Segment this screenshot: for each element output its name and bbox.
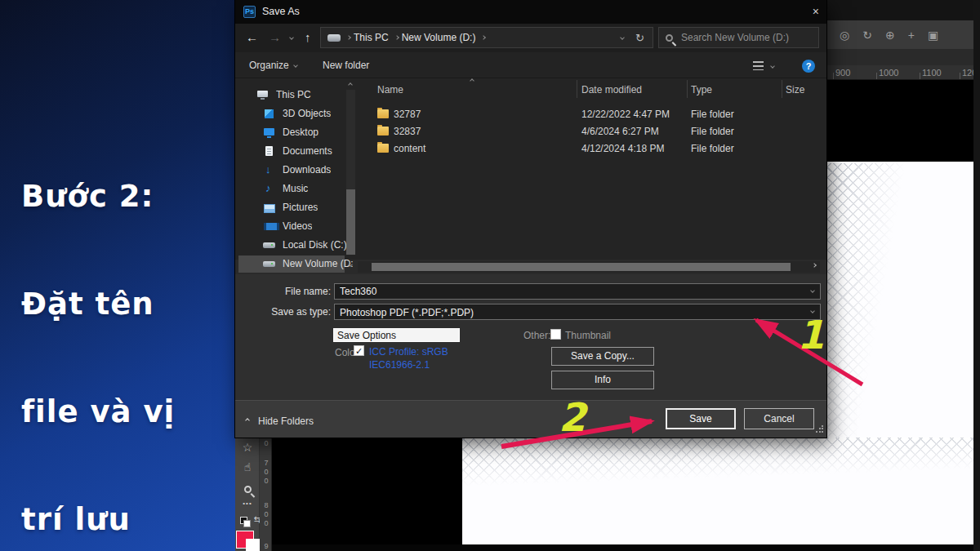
other-label: Other: — [523, 330, 550, 341]
sidebar-item-3d-objects[interactable]: 3D Objects — [238, 105, 345, 122]
background-color-swatch[interactable] — [246, 539, 260, 551]
tree-scroll-up-icon[interactable] — [348, 82, 353, 87]
sidebar-item-label: Downloads — [283, 164, 331, 176]
organize-dropdown-icon — [293, 63, 298, 68]
breadcrumb-separator-icon — [346, 35, 351, 40]
organize-button[interactable]: Organize — [249, 60, 289, 71]
table-row[interactable]: content 4/12/2024 4:18 PM File folder — [359, 140, 820, 158]
sidebar-item-new-volume-d[interactable]: New Volume (D:) — [238, 256, 345, 273]
cell-name: 32837 — [394, 126, 421, 137]
recent-locations-chevron-icon[interactable] — [289, 35, 294, 40]
save-form-section: File name: Save as type: Photoshop PDF (… — [235, 274, 826, 400]
sidebar-item-label: Videos — [283, 220, 312, 232]
panel-edge — [973, 0, 980, 551]
column-header-size[interactable]: Size — [786, 84, 804, 96]
tree-scrollbar-thumb[interactable] — [346, 189, 355, 255]
new-folder-button[interactable]: New folder — [323, 60, 369, 71]
breadcrumb-item-new-volume[interactable]: New Volume (D:) — [402, 32, 476, 43]
ruler-label: 800 — [262, 501, 270, 528]
icc-profile-checkbox[interactable]: ✓ — [354, 345, 364, 356]
save-a-copy-button[interactable]: Save a Copy... — [551, 347, 654, 366]
step-line-4: trí lưu — [21, 502, 131, 537]
up-button[interactable]: ↑ — [305, 31, 311, 44]
column-header-name[interactable]: Name — [377, 84, 403, 96]
save-as-type-select[interactable]: Photoshop PDF (*.PDF;*.PDP) — [334, 304, 821, 320]
more-tools-icon[interactable]: ••• — [235, 500, 260, 507]
column-header-type[interactable]: Type — [691, 84, 712, 96]
cancel-button[interactable]: Cancel — [744, 408, 814, 429]
file-name-label: File name: — [268, 286, 331, 297]
hard-drive-icon — [263, 239, 275, 251]
orbit-3d-icon[interactable]: ◎ — [840, 29, 849, 42]
table-row[interactable]: 32787 12/22/2022 4:47 PM File folder — [359, 106, 820, 123]
photoshop-tools-panel: ☆ ☝ ••• ⇆ — [235, 438, 260, 551]
view-mode-dropdown-icon[interactable] — [770, 64, 775, 69]
file-name-input[interactable] — [335, 284, 805, 299]
ruler-label: 1000 — [879, 68, 898, 78]
forward-button[interactable]: → — [269, 31, 281, 44]
column-divider[interactable] — [577, 80, 577, 98]
cell-name: 32787 — [394, 109, 421, 120]
sidebar-item-local-disk-c[interactable]: Local Disk (C:) — [238, 237, 345, 254]
breadcrumb-separator-icon — [394, 35, 399, 40]
chevron-down-icon[interactable] — [810, 309, 815, 313]
search-box[interactable] — [658, 27, 819, 48]
photoshop-app-icon: Ps — [243, 6, 256, 18]
hide-folders-button[interactable]: Hide Folders — [258, 415, 314, 427]
sidebar-item-pictures[interactable]: Pictures — [238, 199, 345, 216]
document-icon — [263, 145, 275, 158]
close-icon[interactable]: × — [813, 5, 819, 18]
camera-icon[interactable]: ▣ — [928, 29, 938, 42]
column-header-date-modified[interactable]: Date modified — [581, 84, 642, 96]
sidebar-item-label: Music — [283, 183, 308, 194]
view-mode-icon[interactable] — [753, 61, 764, 70]
cell-name: content — [394, 143, 425, 154]
breadcrumb[interactable]: This PC New Volume (D:) ↻ — [320, 27, 653, 48]
step-line-1: Bước 2: — [21, 179, 154, 214]
film-icon — [263, 220, 275, 233]
sidebar-item-desktop[interactable]: Desktop — [238, 124, 345, 141]
chevron-down-icon[interactable] — [810, 288, 815, 293]
breadcrumb-item-this-pc[interactable]: This PC — [354, 32, 389, 43]
horizontal-scrollbar-thumb[interactable] — [372, 263, 791, 271]
column-divider[interactable] — [782, 80, 782, 98]
ruler-label: 9 — [262, 542, 270, 551]
sidebar-item-documents[interactable]: Documents — [238, 143, 345, 160]
sidebar-item-videos[interactable]: Videos — [238, 218, 345, 235]
hide-folders-chevron-icon — [245, 418, 250, 423]
sidebar-item-this-pc[interactable]: This PC — [238, 87, 345, 104]
rotate-view-icon[interactable]: ↻ — [862, 29, 872, 42]
dialog-titlebar[interactable]: Ps Save As × — [235, 0, 826, 24]
help-button[interactable]: ? — [802, 60, 815, 73]
table-row[interactable]: 32837 4/6/2024 6:27 PM File folder — [359, 123, 820, 140]
hard-drive-icon — [263, 258, 275, 270]
sidebar-item-label: Local Disk (C:) — [283, 239, 347, 251]
file-name-combobox[interactable] — [334, 283, 821, 300]
search-input[interactable] — [679, 31, 802, 44]
address-dropdown-icon[interactable] — [620, 35, 625, 40]
hand-tool-icon[interactable]: ☝ — [235, 460, 260, 473]
sidebar-item-downloads[interactable]: Downloads — [238, 162, 345, 179]
sidebar-item-label: 3D Objects — [283, 108, 331, 119]
folder-icon — [377, 127, 389, 136]
save-options-label: Save Options — [333, 328, 460, 342]
sidebar-item-label: Pictures — [283, 202, 318, 213]
sidebar-item-music[interactable]: Music — [238, 180, 345, 198]
save-button[interactable]: Save — [666, 408, 736, 429]
browser-body: This PC 3D Objects Desktop Documents Dow… — [235, 78, 826, 260]
back-button[interactable]: ← — [246, 31, 258, 44]
info-button[interactable]: Info — [551, 371, 654, 389]
pan-view-icon[interactable]: ⊕ — [885, 29, 895, 42]
cell-type: File folder — [691, 126, 734, 137]
column-divider[interactable] — [687, 80, 688, 98]
sidebar-item-label: New Volume (D:) — [283, 258, 353, 269]
custom-shape-tool-icon[interactable]: ☆ — [235, 441, 260, 454]
dialog-footer: Hide Folders Save Cancel — [235, 400, 826, 438]
horizontal-ruler: 900 1000 1100 1200 — [826, 65, 980, 80]
resize-grip[interactable] — [815, 425, 823, 433]
zoom-tool-icon[interactable] — [235, 482, 260, 496]
navigation-bar: ← → ↑ This PC New Volume (D:) ↻ — [235, 24, 826, 52]
move-view-icon[interactable]: + — [908, 29, 915, 42]
refresh-icon[interactable]: ↻ — [635, 32, 644, 44]
thumbnail-checkbox[interactable] — [550, 329, 561, 340]
